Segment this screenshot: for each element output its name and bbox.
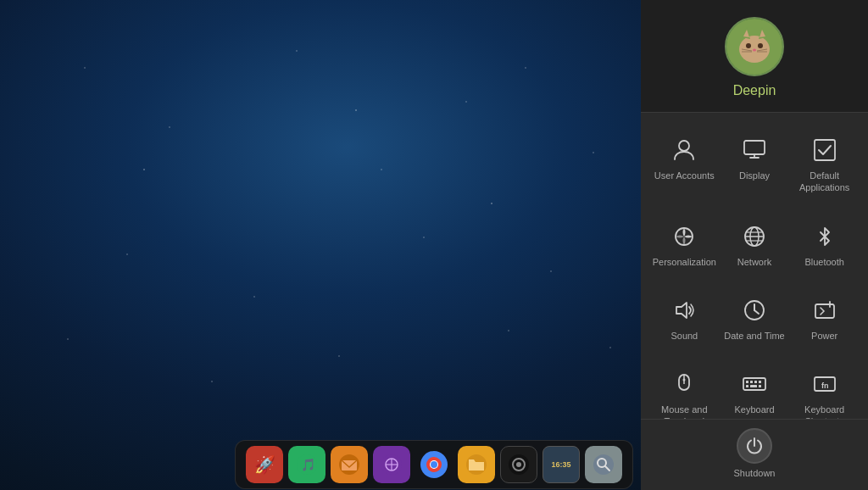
settings-item-power[interactable]: Power [791, 288, 859, 348]
svg-rect-38 [759, 381, 761, 383]
settings-item-keyboard-shortcuts[interactable]: fn Keyboard Shortcuts [791, 362, 859, 419]
svg-line-27 [754, 310, 759, 314]
dock-icon-launcher[interactable]: 🚀 [246, 446, 283, 483]
svg-point-67 [593, 454, 614, 475]
svg-marker-24 [676, 303, 687, 318]
svg-point-2 [746, 43, 751, 48]
settings-item-date-time[interactable]: Date and Time [721, 288, 788, 348]
display-icon [739, 135, 770, 165]
svg-point-8 [753, 49, 756, 52]
settings-grid: User Accounts Display [641, 113, 868, 419]
settings-row-3: Sound Date and Time [641, 281, 868, 355]
default-applications-icon [810, 135, 840, 165]
keyboard-shortcuts-icon: fn [810, 369, 840, 399]
settings-item-user-accounts[interactable]: User Accounts [650, 128, 718, 201]
user-name: Deepin [733, 83, 776, 98]
mouse-touchpad-icon [669, 369, 699, 399]
user-profile: Deepin [641, 0, 868, 113]
svg-text:fn: fn [821, 381, 829, 390]
svg-text:🎵: 🎵 [301, 458, 316, 472]
svg-point-66 [516, 462, 521, 467]
personalization-label: Personalization [653, 256, 716, 268]
settings-item-keyboard[interactable]: Keyboard [721, 362, 788, 419]
sound-icon [669, 295, 699, 326]
svg-point-3 [758, 43, 763, 48]
keyboard-shortcuts-label: Keyboard Shortcuts [794, 404, 855, 419]
dock-icon-browser[interactable] [373, 446, 410, 483]
user-accounts-icon [669, 135, 699, 165]
personalization-icon [669, 221, 699, 252]
keyboard-icon [739, 369, 770, 399]
settings-row-1: User Accounts Display [641, 121, 868, 208]
power-icon [810, 295, 840, 326]
network-label: Network [737, 256, 771, 268]
avatar[interactable] [725, 17, 784, 76]
taskbar-inner: 🚀 🎵 16:35 [235, 440, 633, 489]
dock-icon-clock[interactable]: 16:35 [542, 446, 580, 483]
svg-rect-34 [743, 378, 765, 390]
settings-row-2: Personalization Network [641, 208, 868, 281]
user-accounts-label: User Accounts [654, 170, 715, 181]
sound-label: Sound [670, 330, 698, 342]
settings-item-default-applications[interactable]: Default Applications [791, 128, 859, 201]
date-time-label: Date and Time [724, 330, 785, 342]
svg-rect-37 [754, 381, 757, 383]
shutdown-icon [737, 428, 772, 464]
svg-rect-14 [744, 141, 765, 154]
svg-rect-41 [759, 385, 761, 387]
svg-rect-36 [750, 381, 753, 383]
svg-rect-17 [815, 140, 835, 160]
keyboard-label: Keyboard [734, 404, 774, 415]
shutdown-button[interactable]: Shutdown [734, 428, 776, 478]
svg-rect-40 [750, 385, 757, 387]
settings-item-network[interactable]: Network [721, 214, 788, 275]
mouse-touchpad-label: Mouse and Touchpad [654, 404, 715, 419]
svg-rect-39 [746, 385, 748, 387]
dock-icon-finder[interactable] [585, 446, 622, 483]
date-time-icon [739, 295, 770, 326]
bluetooth-icon [810, 221, 840, 252]
network-icon [739, 221, 770, 252]
bluetooth-label: Bluetooth [804, 256, 843, 268]
svg-point-62 [431, 461, 437, 468]
svg-point-13 [679, 141, 689, 151]
dock-icon-deepin[interactable] [500, 446, 537, 483]
svg-point-33 [683, 379, 686, 381]
power-settings-label: Power [811, 330, 837, 342]
settings-panel: Deepin User Accounts [641, 0, 868, 490]
settings-item-bluetooth[interactable]: Bluetooth [791, 214, 859, 275]
dock-icon-music[interactable]: 🎵 [288, 446, 326, 483]
svg-rect-35 [746, 381, 748, 383]
dock-icon-mail[interactable] [331, 446, 368, 483]
dock-icon-files[interactable] [458, 446, 495, 483]
dock-icon-chrome[interactable] [415, 446, 453, 483]
default-applications-label: Default Applications [794, 170, 855, 194]
display-label: Display [739, 170, 770, 181]
settings-item-sound[interactable]: Sound [650, 288, 718, 348]
shutdown-area: Shutdown [641, 419, 868, 490]
settings-item-mouse-touchpad[interactable]: Mouse and Touchpad [650, 362, 718, 419]
shutdown-label: Shutdown [734, 468, 776, 478]
settings-row-4: Mouse and Touchpad Keyboard [641, 355, 868, 419]
settings-item-personalization[interactable]: Personalization [650, 214, 718, 275]
settings-item-display[interactable]: Display [721, 128, 788, 201]
